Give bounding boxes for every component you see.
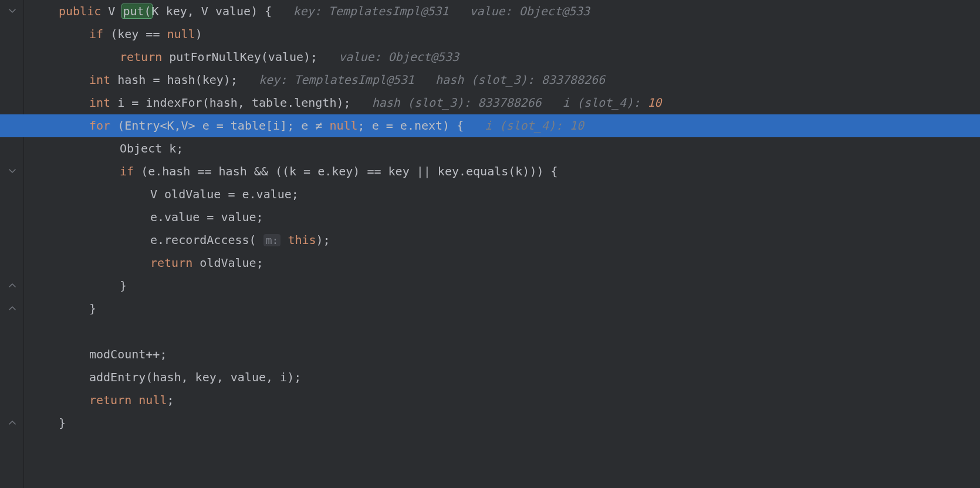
code-token: putForNullKey(value);	[169, 50, 339, 64]
code-line[interactable]: }	[23, 297, 980, 320]
fold-toggle-icon[interactable]	[8, 419, 16, 427]
keyword-token: if	[120, 164, 141, 178]
keyword-token: return	[89, 393, 138, 407]
keyword-token: null	[167, 27, 195, 41]
code-token: )	[195, 27, 202, 41]
code-token: addEntry(hash, key, value, i);	[89, 370, 301, 384]
fold-toggle-icon[interactable]	[8, 282, 16, 290]
keyword-token: return	[120, 50, 169, 64]
code-line[interactable]	[23, 320, 980, 343]
code-editor[interactable]: public V put(K key, V value) { key: Temp…	[0, 0, 980, 488]
fold-toggle-icon[interactable]	[8, 167, 16, 175]
code-token: K key, V value) {	[152, 4, 293, 18]
code-line[interactable]: }	[23, 412, 980, 435]
keyword-token: public	[59, 4, 108, 18]
code-line[interactable]: public V put(K key, V value) { key: Temp…	[23, 0, 980, 23]
code-line[interactable]: return null;	[23, 389, 980, 412]
code-token: hash = hash(key);	[117, 73, 259, 87]
code-token: key || key.equals(k))) {	[388, 164, 558, 178]
code-token: (key	[110, 27, 146, 41]
code-token: }	[89, 301, 96, 316]
code-line[interactable]: addEntry(hash, key, value, i);	[23, 366, 980, 389]
code-token: ; e = e.next) {	[358, 118, 485, 133]
code-line[interactable]: if (key == null)	[23, 23, 980, 46]
code-line[interactable]: return putForNullKey(value); value: Obje…	[23, 46, 980, 69]
inline-debug-hint: i (slot_4): 10	[485, 118, 584, 133]
fold-toggle-icon[interactable]	[8, 304, 16, 313]
gutter	[0, 0, 24, 488]
code-token: V oldValue = e.value;	[150, 187, 299, 201]
inline-debug-value: 10	[647, 96, 661, 110]
code-token: Object k;	[120, 141, 183, 155]
code-line[interactable]: e.recordAccess( m: this);	[23, 229, 980, 252]
code-line[interactable]: if (e.hash == hash && ((k = e.key) == ke…	[23, 160, 980, 183]
keyword-token: null	[329, 118, 357, 133]
inline-debug-hint: value: Object@533	[339, 50, 459, 64]
keyword-token: null	[138, 393, 167, 407]
code-line[interactable]: return oldValue;	[23, 252, 980, 274]
code-line[interactable]: V oldValue = e.value;	[23, 183, 980, 206]
code-line[interactable]: int hash = hash(key); key: TemplatesImpl…	[23, 69, 980, 92]
fold-toggle-icon[interactable]	[8, 7, 16, 15]
code-line[interactable]: for (Entry<K,V> e = table[i]; e ≠ null; …	[23, 114, 980, 137]
code-line[interactable]: int i = indexFor(hash, table.length); ha…	[23, 92, 980, 114]
code-line[interactable]: modCount++;	[23, 343, 980, 366]
code-token: e.value = value;	[150, 210, 263, 224]
code-line[interactable]: e.value = value;	[23, 206, 980, 229]
code-token: (Entry<K,V> e = table[i]; e	[117, 118, 315, 133]
inline-debug-hint: key: TemplatesImpl@531 hash (slot_3): 83…	[259, 73, 605, 87]
code-token: }	[120, 279, 127, 293]
keyword-token: int	[89, 73, 117, 87]
code-token: ;	[167, 393, 174, 407]
code-token: modCount++;	[89, 347, 167, 361]
code-token: hash && ((k = e.key)	[219, 164, 367, 178]
code-token: V	[108, 4, 122, 18]
code-token: (e.hash	[141, 164, 197, 178]
code-token: i = indexFor(hash, table.length);	[117, 96, 371, 110]
code-token: ==	[367, 164, 388, 178]
code-area[interactable]: public V put(K key, V value) { key: Temp…	[23, 0, 980, 435]
code-token: ==	[146, 27, 167, 41]
code-token: ==	[197, 164, 218, 178]
code-line[interactable]: }	[23, 274, 980, 297]
code-token: oldValue;	[200, 256, 263, 270]
keyword-token: return	[150, 256, 200, 270]
inline-debug-hint: key: TemplatesImpl@531 value: Object@533	[293, 4, 590, 18]
keyword-token: int	[89, 96, 117, 110]
code-line[interactable]: Object k;	[23, 137, 980, 160]
inline-debug-hint: hash (slot_3): 833788266 i (slot_4):	[372, 96, 648, 110]
code-token: }	[59, 416, 66, 430]
param-hint: m:	[263, 234, 281, 246]
code-token: ≠	[315, 118, 329, 133]
code-token: put(	[122, 4, 151, 18]
code-token	[281, 233, 288, 247]
code-token: );	[316, 233, 330, 247]
code-token: e.recordAccess(	[150, 233, 263, 247]
keyword-token: this	[288, 233, 316, 247]
keyword-token: if	[89, 27, 110, 41]
keyword-token: for	[89, 118, 117, 133]
